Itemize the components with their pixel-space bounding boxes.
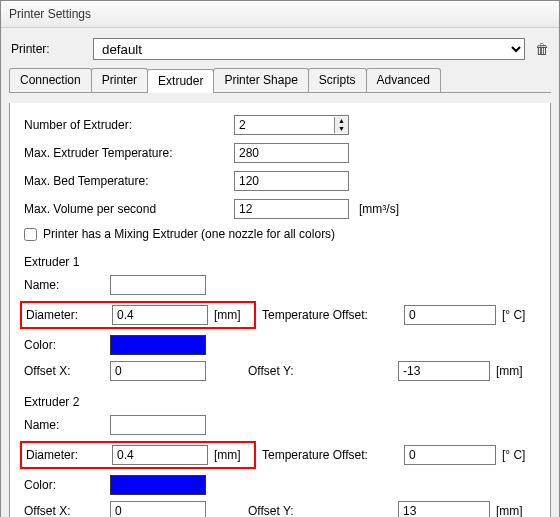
window-title: Printer Settings [9, 7, 91, 21]
spin-buttons: ▲ ▼ [334, 117, 348, 133]
highlight-ext2-diameter: Diameter: [mm] [20, 441, 256, 469]
ext1-diameter-unit: [mm] [214, 308, 250, 322]
extruder-panel: Number of Extruder: 2 ▲ ▼ Max. Extruder … [9, 103, 551, 517]
max-bed-temp-label: Max. Bed Temperature: [24, 174, 234, 188]
extruder2-title: Extruder 2 [24, 395, 536, 409]
row-num-extruder: Number of Extruder: 2 ▲ ▼ [24, 115, 536, 135]
printer-label: Printer: [11, 42, 93, 56]
ext1-diameter-label: Diameter: [26, 308, 112, 322]
ext1-name-label: Name: [24, 278, 110, 292]
ext2-tempoff-unit: [° C] [502, 448, 536, 462]
ext2-diameter-row: Diameter: [mm] Temperature Offset: [° C] [24, 441, 536, 469]
tabs: Connection Printer Extruder Printer Shap… [9, 68, 551, 93]
chevron-down-icon[interactable]: ▼ [334, 125, 348, 133]
ext1-offy-label: Offset Y: [248, 364, 398, 378]
printer-select[interactable]: default [93, 38, 525, 60]
row-max-bed-temp: Max. Bed Temperature: [24, 171, 536, 191]
mixing-extruder-checkbox[interactable] [24, 228, 37, 241]
ext2-diameter-unit: [mm] [214, 448, 250, 462]
max-vol-unit: [mm³/s] [359, 202, 399, 216]
num-extruder-label: Number of Extruder: [24, 118, 234, 132]
ext1-color-row: Color: [24, 335, 536, 355]
ext2-name-row: Name: [24, 415, 536, 435]
max-vol-label: Max. Volume per second [24, 202, 234, 216]
extruder1-title: Extruder 1 [24, 255, 536, 269]
ext2-offy-input[interactable] [398, 501, 490, 517]
ext1-tempoff-unit: [° C] [502, 308, 536, 322]
titlebar: Printer Settings [1, 1, 559, 28]
ext1-diameter-row: Diameter: [mm] Temperature Offset: [° C] [24, 301, 536, 329]
mixing-extruder-label: Printer has a Mixing Extruder (one nozzl… [43, 227, 335, 241]
row-mixing-extruder: Printer has a Mixing Extruder (one nozzl… [24, 227, 536, 241]
max-ext-temp-label: Max. Extruder Temperature: [24, 146, 234, 160]
ext1-off-unit: [mm] [496, 364, 532, 378]
printer-selector-row: Printer: default 🗑 [11, 38, 549, 60]
ext1-name-row: Name: [24, 275, 536, 295]
tab-printer-shape[interactable]: Printer Shape [213, 68, 308, 92]
ext1-diameter-input[interactable] [112, 305, 208, 325]
ext2-tempoff-label: Temperature Offset: [262, 448, 404, 462]
tab-extruder[interactable]: Extruder [147, 69, 214, 93]
ext2-offx-input[interactable] [110, 501, 206, 517]
ext2-color-label: Color: [24, 478, 110, 492]
printer-settings-window: Printer Settings Printer: default 🗑 Conn… [0, 0, 560, 517]
ext2-offset-row: Offset X: Offset Y: [mm] [24, 501, 536, 517]
tab-connection[interactable]: Connection [9, 68, 92, 92]
ext2-offy-label: Offset Y: [248, 504, 398, 517]
tab-printer[interactable]: Printer [91, 68, 148, 92]
ext2-color-row: Color: [24, 475, 536, 495]
window-content: Printer: default 🗑 Connection Printer Ex… [1, 28, 559, 517]
ext1-offset-row: Offset X: Offset Y: [mm] [24, 361, 536, 381]
chevron-up-icon[interactable]: ▲ [334, 117, 348, 125]
ext1-tempoff-input[interactable] [404, 305, 496, 325]
num-extruder-spinner[interactable]: 2 ▲ ▼ [234, 115, 349, 135]
ext2-diameter-label: Diameter: [26, 448, 112, 462]
ext2-diameter-input[interactable] [112, 445, 208, 465]
row-max-ext-temp: Max. Extruder Temperature: [24, 143, 536, 163]
highlight-ext1-diameter: Diameter: [mm] [20, 301, 256, 329]
ext2-off-unit: [mm] [496, 504, 532, 517]
row-max-vol: Max. Volume per second [mm³/s] [24, 199, 536, 219]
ext1-tempoff-label: Temperature Offset: [262, 308, 404, 322]
ext2-offx-label: Offset X: [24, 504, 110, 517]
tab-advanced[interactable]: Advanced [366, 68, 441, 92]
max-vol-input[interactable] [234, 199, 349, 219]
ext1-offy-input[interactable] [398, 361, 490, 381]
tab-scripts[interactable]: Scripts [308, 68, 367, 92]
trash-icon[interactable]: 🗑 [535, 41, 549, 57]
ext2-name-label: Name: [24, 418, 110, 432]
ext1-color-swatch[interactable] [110, 335, 206, 355]
ext2-name-input[interactable] [110, 415, 206, 435]
ext1-offx-label: Offset X: [24, 364, 110, 378]
ext2-tempoff-input[interactable] [404, 445, 496, 465]
ext1-name-input[interactable] [110, 275, 206, 295]
num-extruder-value: 2 [239, 118, 334, 132]
max-ext-temp-input[interactable] [234, 143, 349, 163]
ext1-color-label: Color: [24, 338, 110, 352]
ext1-offx-input[interactable] [110, 361, 206, 381]
ext2-color-swatch[interactable] [110, 475, 206, 495]
max-bed-temp-input[interactable] [234, 171, 349, 191]
